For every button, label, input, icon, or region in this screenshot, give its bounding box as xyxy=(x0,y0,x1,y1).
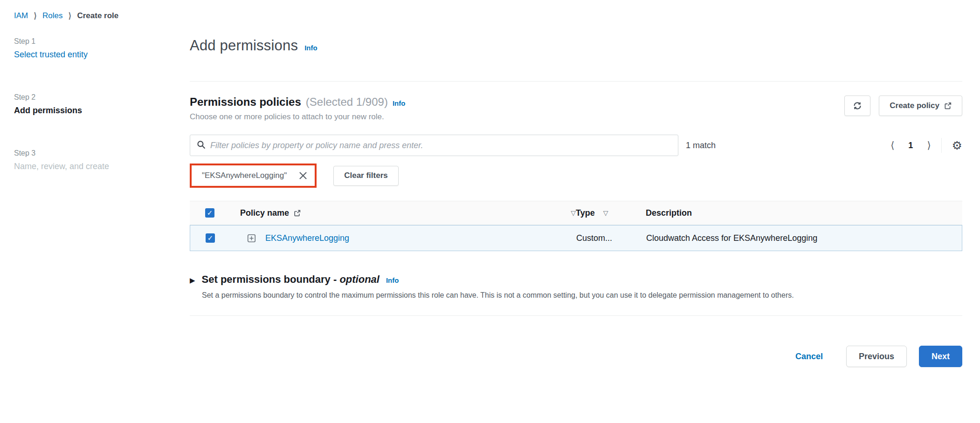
breadcrumb-separator-icon: ⟩ xyxy=(34,11,37,21)
breadcrumb-link-roles[interactable]: Roles xyxy=(42,11,62,20)
previous-page-icon[interactable]: ⟨ xyxy=(890,140,894,151)
breadcrumb-current: Create role xyxy=(77,11,118,20)
search-row: 1 match ⟨ 1 ⟩ ⚙ xyxy=(190,135,962,156)
wizard-steps-sidebar: Step 1 Select trusted entity Step 2 Add … xyxy=(0,37,190,367)
step-3-number: Step 3 xyxy=(14,149,190,157)
next-button[interactable]: Next xyxy=(919,346,962,367)
permissions-boundary-section: ▶ Set permissions boundary - optional In… xyxy=(190,273,962,300)
header-divider xyxy=(190,81,962,82)
policy-type-cell: Custom... xyxy=(576,233,646,243)
create-policy-label: Create policy xyxy=(890,101,939,110)
boundary-description: Set a permissions boundary to control th… xyxy=(190,291,962,300)
previous-label: Previous xyxy=(859,352,894,362)
filter-tag: "EKSAnywhereLogging" xyxy=(202,171,287,180)
filter-row: "EKSAnywhereLogging" Clear filters xyxy=(190,164,962,188)
check-icon: ✓ xyxy=(207,234,214,242)
boundary-info-link[interactable]: Info xyxy=(386,276,399,284)
step-2-group: Step 2 Add permissions xyxy=(14,93,190,116)
boundary-optional-text: optional xyxy=(339,273,380,285)
sidebar-step-select-trusted-entity[interactable]: Select trusted entity xyxy=(14,50,190,60)
column-header-type[interactable]: Type xyxy=(576,208,595,218)
check-icon: ✓ xyxy=(207,209,213,217)
remove-filter-icon[interactable] xyxy=(299,171,307,180)
panel-info-link[interactable]: Info xyxy=(393,99,406,107)
create-policy-button[interactable]: Create policy xyxy=(879,96,962,116)
breadcrumb-separator-icon: ⟩ xyxy=(69,11,72,21)
pagination: ⟨ 1 ⟩ xyxy=(890,140,931,151)
select-all-checkbox[interactable]: ✓ xyxy=(205,208,214,218)
search-icon xyxy=(197,140,206,151)
permissions-boundary-toggle[interactable]: ▶ Set permissions boundary - optional In… xyxy=(190,273,962,286)
vertical-divider xyxy=(941,138,942,153)
clear-filters-label: Clear filters xyxy=(344,171,388,180)
step-3-group: Step 3 Name, review, and create xyxy=(14,149,190,171)
sort-icon[interactable]: ▽ xyxy=(571,209,576,217)
permissions-policies-panel-header: Permissions policies (Selected 1/909) In… xyxy=(190,96,962,122)
next-page-icon[interactable]: ⟩ xyxy=(927,140,931,151)
breadcrumb-link-iam[interactable]: IAM xyxy=(14,11,28,20)
footer-divider xyxy=(190,315,962,316)
external-link-icon xyxy=(944,102,952,109)
previous-button[interactable]: Previous xyxy=(846,346,907,367)
policy-description-cell: Cloudwatch Access for EKSAnywhereLogging xyxy=(646,233,962,243)
policy-search-box[interactable] xyxy=(190,135,678,156)
panel-subtitle: Choose one or more policies to attach to… xyxy=(190,112,844,122)
external-link-icon[interactable] xyxy=(294,210,301,217)
sort-icon[interactable]: ▽ xyxy=(603,209,608,217)
column-header-policy-name[interactable]: Policy name xyxy=(240,208,289,218)
policy-filter-input[interactable] xyxy=(210,141,671,150)
settings-gear-icon[interactable]: ⚙ xyxy=(952,140,962,151)
sidebar-step-name-review-create: Name, review, and create xyxy=(14,162,190,171)
table-row[interactable]: ✓ EKSAnywhereLogging Custom... Cloudwatc… xyxy=(190,225,962,251)
next-label: Next xyxy=(932,352,950,362)
panel-actions: Create policy xyxy=(844,96,962,116)
column-header-description: Description xyxy=(646,208,692,218)
refresh-button[interactable] xyxy=(844,96,870,116)
step-2-number: Step 2 xyxy=(14,93,190,102)
main-content: Add permissions Info Permissions policie… xyxy=(190,37,980,367)
expand-section-icon[interactable]: ▶ xyxy=(190,276,195,285)
footer-actions: Cancel Previous Next xyxy=(190,346,962,367)
row-checkbox[interactable]: ✓ xyxy=(206,233,215,243)
sidebar-step-add-permissions: Add permissions xyxy=(14,106,190,116)
panel-title: Permissions policies xyxy=(190,96,301,109)
annotation-highlight-box: "EKSAnywhereLogging" xyxy=(190,164,317,188)
expand-row-icon[interactable] xyxy=(247,234,256,243)
cancel-button[interactable]: Cancel xyxy=(795,352,823,362)
policies-table: ✓ Policy name ▽ Type xyxy=(190,201,962,251)
page-title: Add permissions xyxy=(190,37,298,54)
match-count: 1 match xyxy=(686,141,716,150)
refresh-icon xyxy=(853,101,862,110)
current-page-number[interactable]: 1 xyxy=(908,141,913,150)
clear-filters-button[interactable]: Clear filters xyxy=(333,166,399,186)
step-1-group: Step 1 Select trusted entity xyxy=(14,37,190,60)
table-header-row: ✓ Policy name ▽ Type xyxy=(190,201,962,225)
step-1-number: Step 1 xyxy=(14,37,190,46)
page-title-info-link[interactable]: Info xyxy=(304,44,317,52)
page-header: Add permissions Info xyxy=(190,37,962,54)
panel-selected-count: (Selected 1/909) xyxy=(306,96,388,109)
boundary-title-text: Set permissions boundary - xyxy=(202,273,340,285)
policy-name-link[interactable]: EKSAnywhereLogging xyxy=(265,233,349,243)
breadcrumb: IAM ⟩ Roles ⟩ Create role xyxy=(0,0,980,20)
